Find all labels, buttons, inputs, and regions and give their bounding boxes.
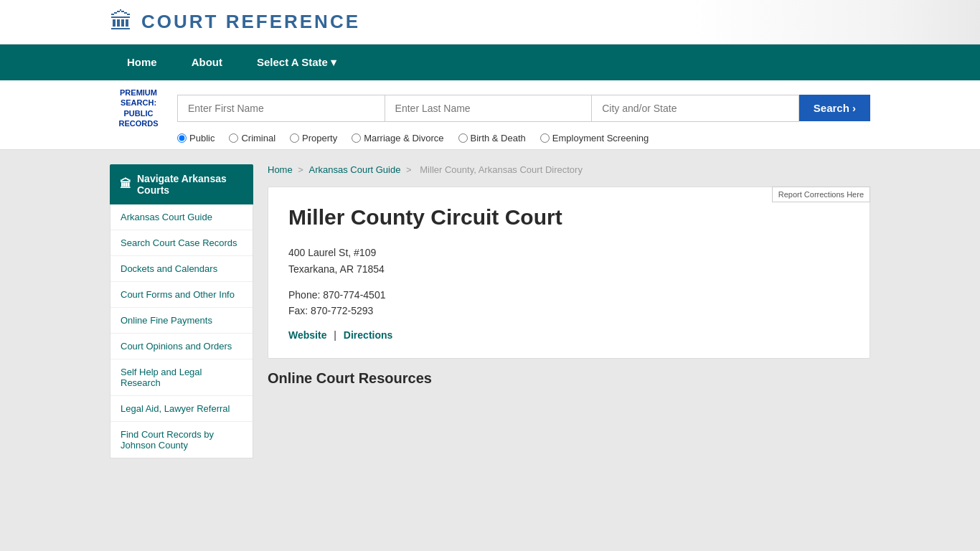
search-bar-section: PREMIUM SEARCH: PUBLIC RECORDS Search › … (0, 80, 980, 150)
court-card: Report Corrections Here Miller County Ci… (268, 187, 870, 359)
radio-marriage-input[interactable] (352, 133, 361, 143)
radio-public-label: Public (189, 133, 215, 143)
main-content: Home > Arkansas Court Guide > Miller Cou… (268, 164, 870, 458)
sidebar-title: Navigate Arkansas Courts (137, 173, 243, 196)
radio-employment-label: Employment Screening (552, 133, 649, 143)
sidebar-item-search-records[interactable]: Search Court Case Records (110, 230, 253, 256)
court-address-line1: 400 Laurel St, #109 (288, 245, 849, 260)
search-button[interactable]: Search › (799, 95, 870, 121)
sidebar-item-legal-aid[interactable]: Legal Aid, Lawyer Referral (110, 396, 253, 422)
radio-employment-input[interactable] (540, 133, 550, 143)
content-area: 🏛 Navigate Arkansas Courts Arkansas Cour… (95, 150, 885, 473)
court-phone: Phone: 870-774-4501 (288, 287, 849, 303)
nav-home-link[interactable]: Home (110, 44, 174, 80)
breadcrumb-current: Miller County, Arkansas Court Directory (420, 164, 583, 175)
radio-birth[interactable]: Birth & Death (458, 133, 526, 143)
radio-property-input[interactable] (290, 133, 299, 143)
court-directions-link[interactable]: Directions (344, 329, 392, 341)
breadcrumb: Home > Arkansas Court Guide > Miller Cou… (268, 164, 870, 175)
sidebar-icon: 🏛 (120, 178, 131, 191)
sidebar-nav: Arkansas Court Guide Search Court Case R… (110, 204, 253, 458)
radio-group: Public Criminal Property Marriage & Divo… (95, 133, 885, 143)
radio-criminal[interactable]: Criminal (229, 133, 275, 143)
nav-about[interactable]: About (174, 44, 240, 80)
court-fax: Fax: 870-772-5293 (288, 303, 849, 319)
court-links-sep: | (334, 329, 336, 341)
court-address: 400 Laurel St, #109 Texarkana, AR 71854 (288, 245, 849, 277)
report-corrections-button[interactable]: Report Corrections Here (772, 187, 870, 202)
court-links: Website | Directions (288, 329, 849, 341)
radio-employment[interactable]: Employment Screening (540, 133, 649, 143)
radio-criminal-input[interactable] (229, 133, 238, 143)
nav-select-state[interactable]: Select A State ▾ (240, 44, 354, 80)
nav-about-link[interactable]: About (174, 44, 240, 80)
breadcrumb-state-guide[interactable]: Arkansas Court Guide (309, 164, 401, 175)
radio-birth-input[interactable] (458, 133, 468, 143)
court-phone-info: Phone: 870-774-4501 Fax: 870-772-5293 (288, 287, 849, 319)
radio-property[interactable]: Property (290, 133, 337, 143)
search-inputs (177, 95, 799, 122)
sidebar-item-find-records[interactable]: Find Court Records by Johnson County (110, 422, 253, 458)
radio-criminal-label: Criminal (241, 133, 275, 143)
breadcrumb-sep1: > (298, 164, 306, 175)
sidebar-item-fine-payments[interactable]: Online Fine Payments (110, 308, 253, 334)
radio-public[interactable]: Public (177, 133, 215, 143)
sidebar-item-arkansas-guide[interactable]: Arkansas Court Guide (110, 204, 253, 230)
online-resources-title: Online Court Resources (268, 370, 870, 387)
breadcrumb-sep2: > (406, 164, 414, 175)
last-name-input[interactable] (385, 95, 593, 122)
city-state-input[interactable] (592, 95, 799, 122)
radio-public-input[interactable] (177, 133, 187, 143)
logo: 🏛 COURT REFERENCE (110, 9, 360, 35)
sidebar-item-dockets[interactable]: Dockets and Calendars (110, 256, 253, 282)
court-website-link[interactable]: Website (288, 329, 326, 341)
sidebar-item-court-forms[interactable]: Court Forms and Other Info (110, 282, 253, 308)
sidebar-item-opinions[interactable]: Court Opinions and Orders (110, 334, 253, 359)
radio-marriage-label: Marriage & Divorce (364, 133, 443, 143)
radio-property-label: Property (302, 133, 337, 143)
site-header: 🏛 COURT REFERENCE (0, 0, 980, 44)
sidebar-header: 🏛 Navigate Arkansas Courts (110, 164, 253, 204)
radio-marriage[interactable]: Marriage & Divorce (352, 133, 443, 143)
sidebar: 🏛 Navigate Arkansas Courts Arkansas Cour… (110, 164, 253, 458)
radio-birth-label: Birth & Death (471, 133, 526, 143)
first-name-input[interactable] (177, 95, 385, 122)
premium-label: PREMIUM SEARCH: PUBLIC RECORDS (110, 88, 167, 128)
court-name: Miller County Circuit Court (288, 204, 849, 230)
court-icon: 🏛 (110, 9, 133, 35)
main-nav: Home About Select A State ▾ (0, 44, 980, 80)
site-title: COURT REFERENCE (141, 11, 360, 33)
court-address-line2: Texarkana, AR 71854 (288, 261, 849, 277)
breadcrumb-home[interactable]: Home (268, 164, 293, 175)
nav-home[interactable]: Home (110, 44, 174, 80)
nav-select-state-link[interactable]: Select A State ▾ (240, 44, 354, 80)
sidebar-item-self-help[interactable]: Self Help and Legal Research (110, 359, 253, 396)
